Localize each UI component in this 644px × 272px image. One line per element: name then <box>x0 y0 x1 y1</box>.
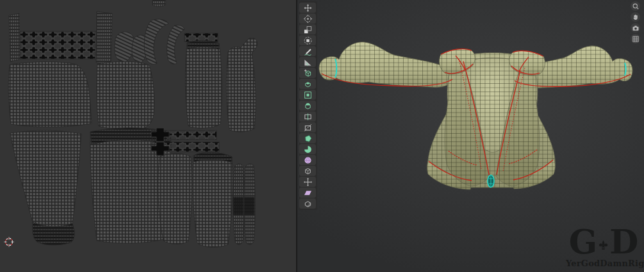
uv-island-top-edge-nub[interactable] <box>153 0 165 6</box>
uv-island-waist-panel[interactable] <box>185 40 222 128</box>
tool-poly-build[interactable] <box>299 133 316 143</box>
fleur-de-lis-icon <box>598 236 609 255</box>
tool-transform[interactable] <box>299 35 316 45</box>
tool-bevel[interactable] <box>299 100 316 111</box>
tool-scale[interactable] <box>299 24 316 35</box>
tool-spin[interactable] <box>299 144 316 154</box>
uv-placket-b-dark <box>244 197 254 215</box>
uv-island-front-panel-right[interactable] <box>97 61 154 130</box>
watermark-letter-d: D <box>609 227 638 257</box>
uv-island-lower-panel-b[interactable] <box>193 152 233 247</box>
viewport-toolbar <box>299 1 317 210</box>
camera-icon[interactable] <box>631 23 640 33</box>
tool-annotate[interactable] <box>299 46 316 56</box>
3d-viewport-canvas[interactable]: G D YerGodDamnRight <box>297 0 644 272</box>
tool-tweak[interactable] <box>299 3 316 13</box>
tool-edge-slide[interactable] <box>299 166 316 176</box>
watermark-tagline: YerGodDamnRight <box>566 259 641 268</box>
watermark-letter-g: G <box>569 227 597 257</box>
tool-rip-region[interactable] <box>299 198 316 209</box>
viewport-nav-gizmos <box>631 1 640 44</box>
jacket-mesh[interactable] <box>319 42 632 189</box>
tool-loop-cut[interactable] <box>299 111 316 122</box>
tool-add-cube[interactable] <box>299 68 316 78</box>
uv-placket-a-dark <box>233 197 244 215</box>
uv-island-sleeve-panel-left[interactable] <box>10 131 81 234</box>
pan-hand-icon[interactable] <box>631 12 640 22</box>
uv-island-collar-arc-inner[interactable] <box>167 25 185 64</box>
uv-island-cuff-strip-right[interactable] <box>96 12 112 65</box>
tool-shear[interactable] <box>299 188 316 198</box>
uv-island-front-panel-left[interactable] <box>8 62 92 127</box>
uv-island-collar-arc-outer[interactable] <box>144 19 169 65</box>
uv-island-cuff-strip-left[interactable] <box>9 13 20 61</box>
watermark: G D YerGodDamnRight <box>566 227 641 268</box>
tool-cursor[interactable] <box>299 13 316 24</box>
tool-smooth[interactable] <box>299 155 316 165</box>
tool-measure[interactable] <box>299 57 316 67</box>
uv-islands-layer <box>0 0 296 272</box>
uv-island-collar-piece-a[interactable] <box>115 32 135 62</box>
uv-editor-canvas[interactable] <box>0 0 297 272</box>
tool-shrink-fatten[interactable] <box>299 177 316 187</box>
uv-2d-cursor[interactable] <box>4 237 14 247</box>
zipper-pull[interactable] <box>488 175 494 188</box>
tool-knife[interactable] <box>299 122 316 132</box>
blender-window: G D YerGodDamnRight <box>0 0 644 272</box>
orthographic-grid-icon[interactable] <box>631 34 640 44</box>
uv-island-button-cluster-top[interactable] <box>20 31 96 59</box>
uv-island-lower-panel-a[interactable] <box>158 154 192 244</box>
uv-island-back-panel[interactable] <box>226 38 257 132</box>
tool-inset-faces[interactable] <box>299 90 316 100</box>
tool-extrude-region[interactable] <box>299 79 316 89</box>
zoom-icon[interactable] <box>631 1 640 11</box>
